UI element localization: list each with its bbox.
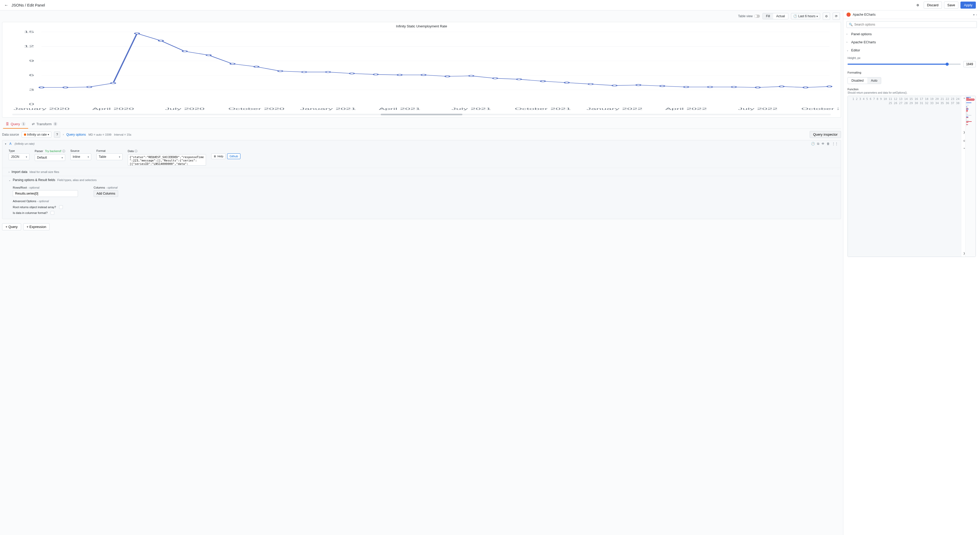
ds-help-icon[interactable]: ? xyxy=(54,132,60,138)
svg-point-41 xyxy=(469,75,474,76)
format-select[interactable]: Table▾ xyxy=(97,153,123,160)
formatting-disabled[interactable]: Disabled xyxy=(848,78,867,84)
svg-point-55 xyxy=(803,87,808,88)
viz-picker[interactable]: Apache ECharts xyxy=(846,13,875,17)
svg-point-42 xyxy=(493,78,498,79)
formatting-label: Formatting xyxy=(848,71,976,74)
query-inspector-button[interactable]: Query inspector xyxy=(810,131,841,138)
query-drag-icon[interactable]: ⋮⋮ xyxy=(832,142,838,146)
query-interval: Interval = 15s xyxy=(114,133,131,136)
source-select[interactable]: Inline▾ xyxy=(70,153,91,160)
svg-point-29 xyxy=(183,51,187,52)
chevron-down-icon[interactable]: ▾ xyxy=(973,13,975,16)
svg-point-34 xyxy=(302,71,306,73)
svg-text:15: 15 xyxy=(24,30,34,33)
query-time-icon[interactable]: 🕐 xyxy=(811,142,815,146)
apply-button[interactable]: Apply xyxy=(961,2,976,9)
echarts-section[interactable]: › Apache ECharts xyxy=(843,38,980,46)
search-options-input[interactable]: 🔍 xyxy=(846,21,977,28)
transform-icon: ⇄ xyxy=(32,122,35,126)
import-data-row[interactable]: › Import data Ideal for small size files xyxy=(2,168,841,176)
query-options-link[interactable]: Query options xyxy=(66,133,86,137)
chevron-right-icon[interactable]: › xyxy=(976,13,977,16)
data-label: Data ⓘ xyxy=(128,149,206,153)
app-header: ← JSONs / Edit Panel ⚙ Discard Save Appl… xyxy=(0,0,980,10)
svg-text:January 2020: January 2020 xyxy=(14,107,70,111)
query-eye-icon[interactable]: 👁 xyxy=(821,142,824,146)
panel-options-section[interactable]: › Panel options xyxy=(843,30,980,38)
svg-text:October 2021: October 2021 xyxy=(515,107,571,111)
chevron-right-icon: › xyxy=(846,33,849,35)
format-label: Format xyxy=(97,149,123,152)
tab-query[interactable]: 🗄 Query 1 xyxy=(3,120,28,129)
ds-logo-icon xyxy=(24,134,26,135)
back-arrow-icon[interactable]: ← xyxy=(4,3,8,8)
query-ref-id[interactable]: A xyxy=(10,142,11,146)
add-columns-button[interactable]: Add Columns xyxy=(94,190,118,197)
help-button[interactable]: 🗎Help xyxy=(211,153,226,159)
formatting-auto[interactable]: Auto xyxy=(867,78,881,84)
parsing-options-row[interactable]: ⌄ Parsing options & Result fields Field … xyxy=(2,176,841,184)
height-value-input[interactable] xyxy=(963,61,976,67)
zoom-out-icon[interactable]: ⊖ xyxy=(823,13,830,20)
time-range-label: Last 6 hours xyxy=(798,14,815,18)
time-range-picker[interactable]: 🕐 Last 6 hours ▾ xyxy=(791,13,820,19)
tab-transform[interactable]: ⇄ Transform 0 xyxy=(29,120,60,129)
svg-text:6: 6 xyxy=(29,74,34,77)
svg-point-25 xyxy=(87,86,92,88)
options-sidebar: Apache ECharts ▾ › 🔍 › Panel options › A… xyxy=(843,10,980,535)
minimap[interactable] xyxy=(966,96,975,257)
query-row-header: Data source Infinity un rate ▾ ? › Query… xyxy=(2,129,841,140)
actual-option[interactable]: Actual xyxy=(773,13,788,19)
breadcrumb: JSONs / Edit Panel xyxy=(11,3,45,7)
search-icon: 🔍 xyxy=(849,23,853,26)
fill-actual-segmented: Fill Actual xyxy=(762,13,788,19)
add-expression-button[interactable]: + Expression xyxy=(23,223,50,230)
svg-text:0: 0 xyxy=(29,102,34,106)
svg-point-45 xyxy=(564,82,569,83)
query-tabs: 🗄 Query 1 ⇄ Transform 0 xyxy=(2,120,841,129)
add-query-button[interactable]: + Query xyxy=(2,223,21,230)
discard-button[interactable]: Discard xyxy=(924,2,942,9)
svg-point-31 xyxy=(230,63,235,64)
type-label: Type xyxy=(9,149,29,152)
svg-point-30 xyxy=(206,54,211,56)
svg-point-47 xyxy=(612,85,617,86)
github-button[interactable]: Github xyxy=(227,153,240,159)
chart-scrollbar[interactable] xyxy=(12,114,831,115)
query-ds-hint: (Infinity un rate) xyxy=(14,142,34,145)
height-slider[interactable] xyxy=(848,64,961,65)
rows-root-input[interactable] xyxy=(13,190,78,197)
svg-text:July 2022: July 2022 xyxy=(738,107,778,111)
rows-root-label: Rows/Root - optional xyxy=(13,186,78,189)
svg-point-32 xyxy=(254,66,259,67)
chevron-down-icon: ⌄ xyxy=(846,49,849,52)
svg-text:July 2021: July 2021 xyxy=(452,107,491,111)
svg-point-53 xyxy=(756,87,760,88)
svg-point-26 xyxy=(111,83,116,84)
svg-point-40 xyxy=(445,76,450,77)
refresh-icon[interactable]: ⟳ xyxy=(833,13,840,20)
data-textarea[interactable] xyxy=(128,154,206,166)
function-label: Function xyxy=(848,88,976,91)
query-trash-icon[interactable]: 🗑 xyxy=(827,142,830,146)
gear-icon[interactable]: ⚙ xyxy=(914,2,921,9)
columnar-label: Is data in columnar format? xyxy=(13,211,48,214)
editor-section[interactable]: ⌄ Editor xyxy=(843,46,980,54)
viz-toolbar: Table view Fill Actual 🕐 Last 6 hours ▾ … xyxy=(2,10,841,22)
parser-select[interactable]: Default▾ xyxy=(35,154,65,161)
columnar-checkbox[interactable] xyxy=(51,211,54,215)
table-view-toggle[interactable]: Table view xyxy=(738,14,760,18)
code-editor[interactable]: 1 2 3 4 5 6 7 8 9 10 11 12 13 14 15 16 1… xyxy=(848,96,976,257)
query-duplicate-icon[interactable]: ⧉ xyxy=(817,142,819,146)
svg-text:January 2022: January 2022 xyxy=(587,107,643,111)
query-md: MD = auto = 1599 xyxy=(88,133,111,136)
svg-point-35 xyxy=(326,71,330,73)
datasource-select[interactable]: Infinity un rate ▾ xyxy=(22,132,51,138)
save-button[interactable]: Save xyxy=(944,2,959,9)
type-select[interactable]: JSON▾ xyxy=(9,153,29,160)
fill-option[interactable]: Fill xyxy=(763,13,773,19)
root-obj-checkbox[interactable] xyxy=(59,205,63,209)
chevron-down-icon[interactable]: ▾ xyxy=(5,142,6,145)
switch-icon[interactable] xyxy=(754,14,760,18)
